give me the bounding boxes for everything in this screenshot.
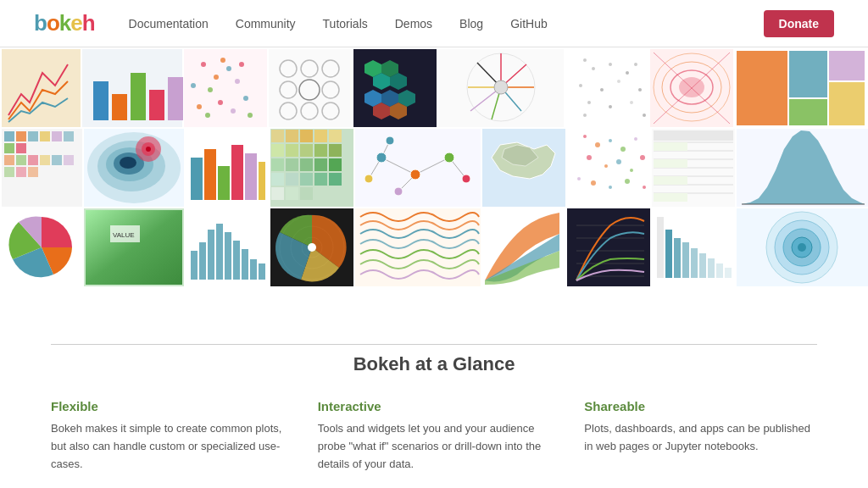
svg-rect-106 (314, 130, 327, 142)
svg-rect-98 (204, 149, 216, 200)
bottom-headings-row: Productive Powerful Open Source (51, 481, 817, 488)
svg-rect-193 (699, 253, 706, 278)
svg-point-144 (587, 155, 592, 160)
svg-point-54 (617, 80, 620, 83)
svg-rect-125 (300, 187, 313, 200)
svg-point-201 (798, 243, 806, 252)
nav-documentation[interactable]: Documentation (129, 17, 209, 30)
svg-rect-192 (691, 248, 698, 278)
svg-point-59 (583, 114, 587, 117)
svg-point-7 (226, 66, 231, 71)
svg-point-53 (600, 88, 604, 92)
nav-github[interactable]: GitHub (510, 17, 548, 30)
svg-rect-0 (93, 81, 108, 120)
svg-rect-120 (300, 173, 313, 186)
nav-tutorials[interactable]: Tutorials (323, 17, 368, 30)
feature-interactive-text: Tools and widgets let you and your audie… (318, 420, 551, 473)
svg-rect-83 (40, 155, 50, 165)
svg-rect-121 (314, 173, 327, 186)
svg-rect-80 (4, 155, 14, 165)
svg-rect-116 (314, 158, 327, 171)
svg-point-148 (640, 155, 645, 160)
feature-interactive-heading: Interactive (318, 399, 551, 413)
glance-section: Bokeh at a Glance Flexible Bokeh makes i… (0, 319, 868, 488)
svg-rect-70 (829, 51, 865, 80)
svg-rect-81 (16, 155, 26, 165)
svg-rect-175 (233, 241, 240, 280)
svg-rect-170 (191, 251, 198, 280)
svg-point-139 (583, 135, 587, 138)
svg-rect-167 (86, 210, 182, 285)
svg-rect-178 (259, 263, 265, 280)
svg-rect-72 (4, 131, 14, 141)
svg-rect-73 (16, 131, 26, 141)
svg-point-137 (364, 175, 373, 183)
svg-point-17 (191, 83, 196, 88)
svg-rect-88 (28, 167, 38, 177)
main-nav: Documentation Community Tutorials Demos … (129, 17, 764, 30)
svg-point-60 (643, 114, 646, 117)
nav-demos[interactable]: Demos (395, 17, 432, 30)
svg-point-55 (638, 88, 642, 92)
nav-blog[interactable]: Blog (459, 17, 483, 30)
svg-rect-71 (829, 82, 865, 125)
svg-rect-164 (654, 176, 687, 185)
svg-point-132 (376, 152, 387, 163)
svg-point-138 (386, 136, 394, 145)
svg-point-152 (625, 179, 630, 184)
svg-point-93 (120, 157, 136, 169)
svg-rect-173 (216, 224, 223, 280)
svg-rect-77 (40, 131, 50, 141)
svg-point-50 (626, 71, 629, 75)
svg-point-16 (239, 62, 244, 67)
svg-point-149 (577, 177, 581, 180)
svg-point-10 (218, 100, 223, 105)
gallery-tile[interactable] (2, 49, 81, 127)
logo[interactable]: bokeh (34, 10, 95, 36)
feature-shareable-heading: Shareable (584, 399, 817, 413)
feature-shareable-text: Plots, dashboards, and apps can be publi… (584, 420, 817, 456)
gallery-tile[interactable] (567, 129, 650, 207)
svg-rect-115 (300, 158, 313, 171)
svg-point-143 (634, 137, 637, 141)
gallery-tile[interactable] (565, 49, 648, 127)
svg-point-58 (630, 101, 633, 104)
svg-point-47 (583, 58, 587, 62)
svg-text:VALUE: VALUE (113, 231, 135, 239)
svg-rect-87 (16, 167, 26, 177)
svg-rect-118 (271, 173, 284, 186)
svg-rect-124 (286, 187, 298, 200)
svg-rect-1 (112, 94, 127, 120)
svg-rect-78 (52, 131, 62, 141)
svg-rect-154 (654, 130, 733, 141)
header: bokeh Documentation Community Tutorials … (0, 0, 868, 47)
svg-point-11 (197, 104, 202, 109)
svg-point-12 (243, 96, 248, 101)
svg-rect-3 (149, 90, 164, 120)
svg-point-146 (616, 159, 621, 164)
svg-rect-188 (657, 217, 664, 278)
gallery-section: VALUE (0, 47, 868, 319)
svg-point-151 (609, 186, 612, 189)
donate-button[interactable]: Donate (764, 10, 834, 37)
svg-point-15 (220, 58, 225, 63)
nav-community[interactable]: Community (236, 17, 296, 30)
svg-rect-194 (708, 258, 715, 278)
gallery-tile[interactable] (184, 49, 267, 127)
svg-rect-69 (789, 99, 827, 125)
gallery-tile[interactable] (355, 129, 481, 207)
feature-shareable: Shareable Plots, dashboards, and apps ca… (584, 399, 817, 473)
svg-rect-111 (314, 144, 327, 157)
svg-point-142 (620, 147, 626, 152)
svg-rect-86 (4, 167, 14, 177)
svg-rect-177 (250, 259, 257, 280)
glance-title: Bokeh at a Glance (51, 353, 817, 391)
svg-rect-171 (199, 242, 206, 280)
svg-rect-103 (271, 130, 284, 142)
features-row: Flexible Bokeh makes it simple to create… (51, 391, 817, 473)
svg-point-133 (410, 169, 420, 180)
svg-point-9 (235, 79, 240, 84)
svg-rect-196 (725, 268, 732, 278)
svg-point-150 (591, 180, 596, 186)
svg-rect-67 (737, 51, 787, 125)
